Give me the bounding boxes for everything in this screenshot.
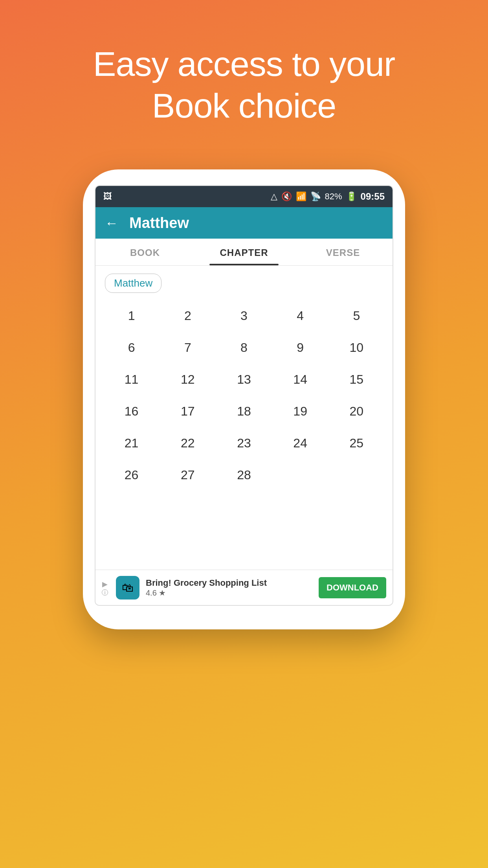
ad-shopping-icon: 🛍 bbox=[122, 581, 134, 594]
tab-book[interactable]: BOOK bbox=[95, 239, 194, 265]
chapter-26[interactable]: 26 bbox=[103, 459, 160, 491]
chapter-row-5: 21 22 23 24 25 bbox=[103, 427, 385, 459]
chapter-grid-spacer bbox=[103, 491, 385, 562]
chapter-15[interactable]: 15 bbox=[328, 364, 385, 395]
ad-title: Bring! Grocery Shopping List bbox=[146, 578, 312, 588]
chapter-6[interactable]: 6 bbox=[103, 332, 160, 364]
headline: Easy access to your Book choice bbox=[93, 43, 395, 126]
header-title: Matthew bbox=[129, 215, 189, 232]
book-chip[interactable]: Matthew bbox=[105, 274, 161, 293]
ad-rating: 4.6 ★ bbox=[146, 588, 312, 598]
status-bar: 🖼 △ 🔇 📶 📡 82% 🔋 09:55 bbox=[95, 186, 393, 207]
chapter-2[interactable]: 2 bbox=[160, 300, 216, 332]
chapter-7[interactable]: 7 bbox=[160, 332, 216, 364]
chapter-9[interactable]: 9 bbox=[272, 332, 328, 364]
chapter-22[interactable]: 22 bbox=[160, 427, 216, 459]
chapter-row-1: 1 2 3 4 5 bbox=[103, 300, 385, 332]
chapter-4[interactable]: 4 bbox=[272, 300, 328, 332]
headline-line2: Book choice bbox=[152, 86, 336, 125]
chapter-19[interactable]: 19 bbox=[272, 395, 328, 427]
chapter-24[interactable]: 24 bbox=[272, 427, 328, 459]
chapter-5[interactable]: 5 bbox=[328, 300, 385, 332]
chapter-20[interactable]: 20 bbox=[328, 395, 385, 427]
book-chip-area: Matthew bbox=[95, 266, 393, 296]
chapter-16[interactable]: 16 bbox=[103, 395, 160, 427]
chapter-1[interactable]: 1 bbox=[103, 300, 160, 332]
app-header: ← Matthew bbox=[95, 207, 393, 239]
chapter-row-2: 6 7 8 9 10 bbox=[103, 332, 385, 364]
chapter-12[interactable]: 12 bbox=[160, 364, 216, 395]
phone-screen: 🖼 △ 🔇 📶 📡 82% 🔋 09:55 ← Matthew BOOK CHA… bbox=[95, 185, 393, 606]
tab-chapter[interactable]: CHAPTER bbox=[194, 239, 294, 265]
status-time: 09:55 bbox=[361, 191, 385, 202]
battery-icon: 🔋 bbox=[346, 191, 357, 202]
chapter-25[interactable]: 25 bbox=[328, 427, 385, 459]
chapter-23[interactable]: 23 bbox=[216, 427, 272, 459]
ad-indicator: ▶ i bbox=[102, 580, 108, 596]
chapter-18[interactable]: 18 bbox=[216, 395, 272, 427]
tab-bar: BOOK CHAPTER VERSE bbox=[95, 239, 393, 266]
back-button[interactable]: ← bbox=[105, 215, 118, 231]
chapter-11[interactable]: 11 bbox=[103, 364, 160, 395]
chapter-row-4: 16 17 18 19 20 bbox=[103, 395, 385, 427]
tab-verse[interactable]: VERSE bbox=[294, 239, 393, 265]
chapter-21[interactable]: 21 bbox=[103, 427, 160, 459]
ad-info: Bring! Grocery Shopping List 4.6 ★ bbox=[146, 578, 312, 598]
chapter-17[interactable]: 17 bbox=[160, 395, 216, 427]
signal-icon: 📡 bbox=[310, 191, 321, 202]
chapter-14[interactable]: 14 bbox=[272, 364, 328, 395]
ad-arrow-icon: ▶ bbox=[102, 580, 108, 588]
phone-mockup: 🖼 △ 🔇 📶 📡 82% 🔋 09:55 ← Matthew BOOK CHA… bbox=[83, 169, 405, 629]
chapter-28[interactable]: 28 bbox=[216, 459, 272, 491]
chapter-27[interactable]: 27 bbox=[160, 459, 216, 491]
notification-icon: 🖼 bbox=[103, 191, 112, 202]
chapter-3[interactable]: 3 bbox=[216, 300, 272, 332]
chapter-13[interactable]: 13 bbox=[216, 364, 272, 395]
status-left: 🖼 bbox=[103, 191, 112, 202]
chapter-row-6: 26 27 28 bbox=[103, 459, 385, 491]
battery-percent: 82% bbox=[325, 191, 342, 202]
ad-info-icon: i bbox=[102, 589, 108, 596]
chapter-10[interactable]: 10 bbox=[328, 332, 385, 364]
chapter-row-3: 11 12 13 14 15 bbox=[103, 364, 385, 395]
status-right: △ 🔇 📶 📡 82% 🔋 09:55 bbox=[271, 191, 385, 202]
ad-app-icon: 🛍 bbox=[116, 576, 139, 600]
ad-download-button[interactable]: DOWNLOAD bbox=[319, 577, 386, 598]
mute-icon: 🔇 bbox=[281, 191, 292, 202]
wifi-icon: 📶 bbox=[296, 191, 306, 202]
alert-icon: △ bbox=[271, 191, 277, 202]
chapter-grid: 1 2 3 4 5 6 7 8 9 10 11 12 13 14 15 bbox=[95, 296, 393, 570]
ad-banner: ▶ i 🛍 Bring! Grocery Shopping List 4.6 ★… bbox=[95, 570, 393, 605]
headline-line1: Easy access to your bbox=[93, 44, 395, 83]
chapter-8[interactable]: 8 bbox=[216, 332, 272, 364]
